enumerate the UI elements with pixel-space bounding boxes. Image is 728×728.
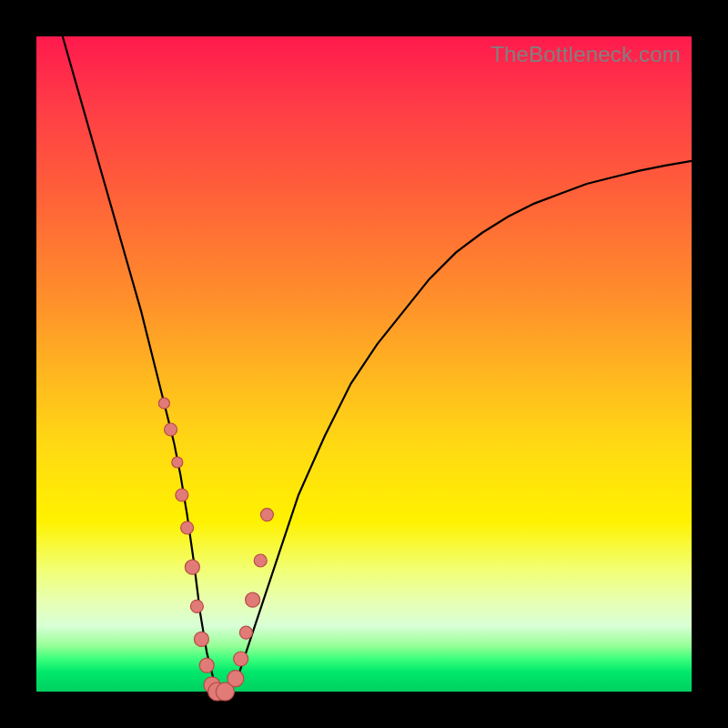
highlight-dot xyxy=(228,671,244,687)
highlight-dot xyxy=(165,423,177,436)
bottleneck-curve-svg xyxy=(36,36,692,692)
highlight-dot xyxy=(254,554,267,567)
highlight-dot xyxy=(239,626,252,639)
highlighted-dots-group xyxy=(158,398,273,701)
chart-frame: TheBottleneck.com xyxy=(0,0,728,728)
highlight-dot xyxy=(158,398,169,409)
highlight-dot xyxy=(181,521,194,534)
bottleneck-curve-path xyxy=(63,36,692,692)
highlight-dot xyxy=(185,560,199,574)
highlight-dot xyxy=(199,658,214,672)
highlight-dot xyxy=(190,600,203,612)
highlight-dot xyxy=(260,509,273,521)
highlight-dot xyxy=(172,457,183,468)
chart-plot-area: TheBottleneck.com xyxy=(36,36,692,692)
highlight-dot xyxy=(234,652,248,666)
highlight-dot xyxy=(194,632,208,646)
highlight-dot xyxy=(246,592,260,607)
highlight-dot xyxy=(176,489,188,501)
